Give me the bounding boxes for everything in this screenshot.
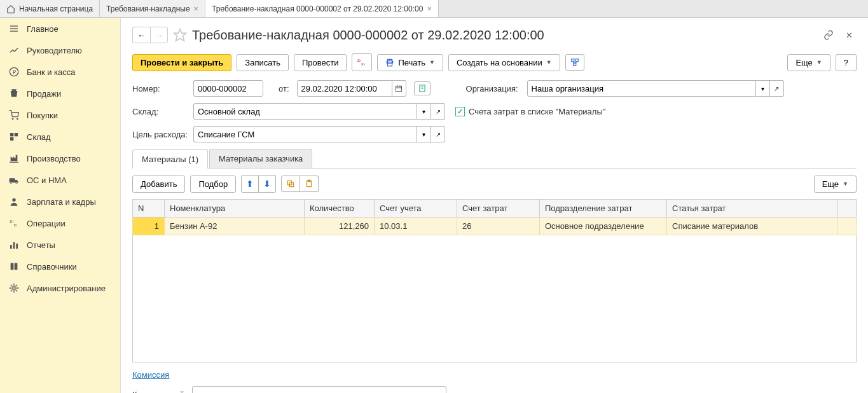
svg-rect-15 [10, 245, 12, 249]
comment-input[interactable] [192, 386, 446, 393]
main-toolbar: Провести и закрыть Записать Провести ДтК… [132, 53, 857, 71]
dtkt-icon: ДтКт [357, 57, 367, 67]
paste-button[interactable] [300, 176, 319, 192]
move-up-button[interactable]: ⬆ [241, 175, 259, 193]
col-account[interactable]: Счет учета [375, 200, 457, 217]
structure-button[interactable] [565, 54, 584, 71]
sidebar-item-bank[interactable]: ₽ Банк и касса [0, 61, 120, 83]
close-icon[interactable]: × [194, 4, 199, 13]
close-button[interactable]: ✕ [841, 27, 857, 43]
svg-text:Дт: Дт [10, 219, 14, 223]
dtkt-button[interactable]: ДтКт [352, 53, 372, 71]
sidebar-item-admin[interactable]: Администрирование [0, 277, 120, 299]
ruble-icon: ₽ [9, 67, 19, 77]
table-row[interactable]: 1 Бензин А-92 121,260 10.03.1 26 Основно… [133, 217, 857, 235]
sidebar-item-sales[interactable]: Продажи [0, 83, 120, 104]
org-input[interactable] [527, 80, 756, 97]
top-tabs: Начальная страница Требования-накладные … [0, 0, 868, 18]
sidebar-item-label: Операции [27, 219, 65, 228]
tab-list[interactable]: Требования-накладные × [100, 0, 205, 17]
tab-home[interactable]: Начальная страница [0, 0, 100, 17]
cell-cost-account[interactable]: 26 [457, 217, 540, 235]
tab-document-label: Требование-накладная 0000-000002 от 29.0… [212, 4, 423, 13]
svg-point-18 [13, 287, 15, 289]
org-dropdown-button[interactable]: ▾ [756, 80, 770, 97]
cell-account[interactable]: 10.03.1 [375, 217, 457, 235]
tab-customer-materials[interactable]: Материалы заказчика [209, 149, 312, 168]
move-down-button[interactable]: ⬇ [259, 175, 276, 193]
inner-tabs: Материалы (1) Материалы заказчика [132, 149, 857, 169]
close-icon[interactable]: × [427, 4, 432, 13]
col-cost-account[interactable]: Счет затрат [457, 200, 540, 217]
sidebar-item-reports[interactable]: Отчеты [0, 234, 120, 256]
warehouse-dropdown-button[interactable]: ▾ [417, 103, 431, 120]
sidebar-item-salary[interactable]: Зарплата и кадры [0, 191, 120, 212]
arrow-left-icon: ← [137, 31, 146, 40]
number-input[interactable] [193, 80, 263, 97]
add-button[interactable]: Добавить [132, 176, 185, 193]
table-header-row: N Номенклатура Количество Счет учета Сче… [133, 200, 857, 217]
sidebar-item-main[interactable]: Главное [0, 18, 120, 39]
link-icon[interactable] [821, 27, 836, 43]
tab-materials[interactable]: Материалы (1) [132, 149, 208, 169]
cell-quantity[interactable]: 121,260 [305, 217, 375, 235]
cell-extra[interactable] [837, 217, 857, 235]
help-button[interactable]: ? [836, 54, 857, 71]
svg-rect-25 [573, 63, 575, 66]
svg-point-11 [16, 182, 18, 184]
post-close-button[interactable]: Провести и закрыть [132, 54, 231, 71]
commission-link[interactable]: Комиссия [132, 370, 169, 380]
col-quantity[interactable]: Количество [305, 200, 375, 217]
warehouse-input[interactable] [193, 103, 417, 120]
calendar-button[interactable] [392, 80, 406, 97]
sidebar-item-assets[interactable]: ОС и НМА [0, 169, 120, 191]
sidebar-item-label: Склад [27, 132, 51, 142]
col-cost-division[interactable]: Подразделение затрат [540, 200, 667, 217]
purpose-input[interactable] [193, 126, 417, 142]
sidebar-item-purchases[interactable]: Покупки [0, 104, 120, 126]
select-button[interactable]: Подбор [190, 176, 236, 193]
sidebar-item-manager[interactable]: Руководителю [0, 39, 120, 61]
arrow-down-icon: ⬇ [263, 179, 271, 189]
purpose-open-button[interactable]: ↗ [431, 126, 445, 142]
create-based-button[interactable]: Создать на основании ▼ [448, 54, 560, 71]
cell-n[interactable]: 1 [133, 217, 165, 235]
table-empty-area[interactable] [132, 235, 857, 362]
sidebar-item-label: Покупки [27, 111, 58, 120]
col-nomenclature[interactable]: Номенклатура [165, 200, 305, 217]
col-cost-item[interactable]: Статья затрат [667, 200, 837, 217]
cost-accounts-checkbox[interactable]: ✓ [455, 107, 465, 116]
post-button[interactable]: Провести [294, 54, 347, 71]
form-action-button[interactable] [414, 81, 431, 95]
svg-text:Кт: Кт [362, 62, 366, 66]
nav-forward-button[interactable]: → [150, 27, 168, 43]
col-n[interactable]: N [133, 200, 165, 217]
sidebar-item-operations[interactable]: ДтКт Операции [0, 212, 120, 234]
save-button[interactable]: Записать [237, 54, 289, 71]
cart-icon [9, 110, 19, 120]
document-header: ← → Требование-накладная 0000-000002 от … [132, 27, 857, 43]
org-open-button[interactable]: ↗ [770, 80, 784, 97]
cell-cost-item[interactable]: Списание материалов [667, 217, 837, 235]
sidebar-item-references[interactable]: Справочники [0, 256, 120, 277]
cell-cost-division[interactable]: Основное подразделение [540, 217, 667, 235]
sidebar-item-production[interactable]: Производство [0, 148, 120, 169]
boxes-icon [9, 132, 19, 142]
chevron-down-icon: ▼ [843, 181, 848, 187]
document-icon [418, 84, 427, 93]
more-button[interactable]: Еще ▼ [787, 54, 830, 71]
sidebar-item-warehouse[interactable]: Склад [0, 126, 120, 148]
copy-button[interactable] [281, 176, 300, 192]
table-more-button[interactable]: Еще ▼ [814, 176, 857, 193]
cell-nomenclature[interactable]: Бензин А-92 [165, 217, 305, 235]
print-button[interactable]: Печать ▼ [377, 54, 443, 71]
chart-icon [9, 45, 19, 55]
factory-icon [9, 153, 19, 163]
purpose-dropdown-button[interactable]: ▾ [417, 126, 431, 142]
date-input[interactable] [297, 80, 392, 97]
table-toolbar: Добавить Подбор ⬆ ⬇ Еще ▼ [132, 169, 857, 199]
nav-back-button[interactable]: ← [132, 27, 150, 43]
star-icon[interactable] [173, 28, 187, 42]
tab-document[interactable]: Требование-накладная 0000-000002 от 29.0… [205, 0, 439, 17]
warehouse-open-button[interactable]: ↗ [431, 103, 445, 120]
